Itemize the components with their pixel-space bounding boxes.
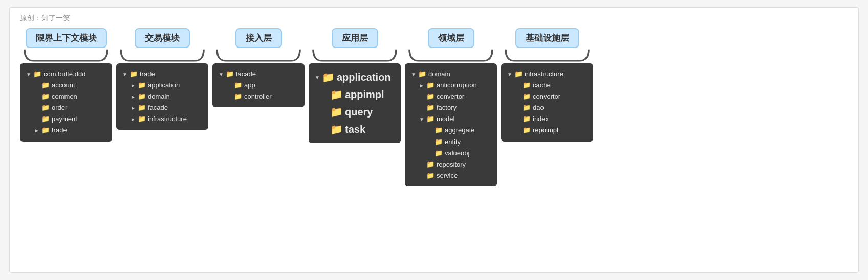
bracket-domain-layer bbox=[405, 48, 497, 62]
column-access-layer: 接入层 ▼📁facade📁app📁controller bbox=[212, 28, 305, 107]
folder-icon: 📁 bbox=[41, 91, 50, 102]
folder-icon: 📁 bbox=[435, 125, 443, 136]
column-bounded-context: 限界上下文模块 ▼📁com.butte.ddd📁account📁common📁o… bbox=[20, 28, 112, 142]
tree-arrow: ► bbox=[131, 104, 136, 112]
column-domain-layer: 领域层 ▼📁domain►📁anticorruption📁convertor📁f… bbox=[405, 28, 497, 186]
tree-item: ►📁application bbox=[122, 80, 202, 91]
bracket-infrastructure-layer bbox=[501, 48, 593, 62]
tree-label: appimpl bbox=[345, 86, 384, 103]
folder-icon: 📁 bbox=[322, 68, 335, 86]
folder-icon: 📁 bbox=[523, 80, 531, 91]
folder-icon: 📁 bbox=[138, 102, 146, 113]
bracket-access-layer bbox=[212, 48, 305, 62]
tree-label: infrastructure bbox=[525, 68, 563, 80]
tree-arrow: ► bbox=[131, 115, 136, 124]
tree-item: 📁convertor bbox=[507, 91, 587, 102]
tree-item: ▼📁domain bbox=[411, 68, 491, 80]
column-infrastructure-layer: 基础设施层 ▼📁infrastructure📁cache📁convertor📁d… bbox=[501, 28, 593, 142]
watermark: 原创：知了一笑 bbox=[20, 14, 848, 23]
tree-label: domain bbox=[428, 68, 450, 80]
tree-arrow: ► bbox=[34, 126, 39, 135]
tree-item: 📁repoimpl bbox=[507, 125, 587, 136]
folder-icon: 📁 bbox=[426, 159, 435, 170]
folder-icon: 📁 bbox=[41, 125, 50, 136]
folder-icon: 📁 bbox=[138, 80, 146, 91]
tree-label: repository bbox=[437, 159, 466, 170]
tree-item: 📁app bbox=[219, 80, 298, 91]
column-header-infrastructure-layer: 基础设施层 bbox=[515, 28, 579, 48]
columns-wrapper: 限界上下文模块 ▼📁com.butte.ddd📁account📁common📁o… bbox=[20, 28, 848, 186]
column-trade-module: 交易模块 ▼📁trade►📁application►📁domain►📁facad… bbox=[116, 28, 208, 130]
folder-icon: 📁 bbox=[41, 80, 50, 91]
folder-icon: 📁 bbox=[138, 91, 146, 102]
tree-item: 📁valueobj bbox=[411, 148, 491, 159]
folder-icon: 📁 bbox=[41, 113, 50, 125]
tree-label: repoimpl bbox=[533, 125, 558, 136]
folder-icon: 📁 bbox=[426, 113, 435, 125]
folder-icon: 📁 bbox=[426, 170, 435, 181]
tree-label: convertor bbox=[533, 91, 560, 102]
tree-label: anticorruption bbox=[437, 80, 477, 91]
folder-icon: 📁 bbox=[41, 102, 50, 113]
tree-item: 📁task bbox=[315, 121, 395, 138]
folder-icon: 📁 bbox=[138, 113, 146, 125]
tree-label: index bbox=[533, 113, 549, 125]
folder-icon: 📁 bbox=[523, 113, 531, 125]
tree-arrow: ▼ bbox=[419, 115, 424, 124]
folder-icon: 📁 bbox=[234, 91, 242, 102]
tree-arrow: ▼ bbox=[219, 70, 224, 79]
tree-label: facade bbox=[236, 68, 256, 80]
tree-item: 📁query bbox=[315, 103, 395, 121]
tree-item: ►📁facade bbox=[122, 102, 202, 113]
tree-item: 📁convertor bbox=[411, 91, 491, 102]
tree-label: dao bbox=[533, 102, 544, 113]
folder-icon: 📁 bbox=[435, 136, 443, 148]
tree-label: order bbox=[52, 102, 67, 113]
folder-icon: 📁 bbox=[514, 68, 523, 80]
folder-icon: 📁 bbox=[523, 91, 531, 102]
tree-item: 📁payment bbox=[26, 113, 106, 125]
bracket-trade-module bbox=[116, 48, 208, 62]
tree-item: 📁controller bbox=[219, 91, 298, 102]
tree-label: domain bbox=[148, 91, 170, 102]
tree-item: 📁factory bbox=[411, 102, 491, 113]
tree-arrow: ▼ bbox=[411, 70, 416, 79]
tree-item: 📁service bbox=[411, 170, 491, 181]
tree-item: ►📁anticorruption bbox=[411, 80, 491, 91]
folder-icon: 📁 bbox=[418, 68, 426, 80]
tree-label: application bbox=[148, 80, 180, 91]
bracket-bounded-context bbox=[20, 48, 112, 62]
folder-icon: 📁 bbox=[523, 102, 531, 113]
tree-label: application bbox=[337, 68, 391, 86]
tree-item: ▼📁infrastructure bbox=[507, 68, 587, 80]
tree-label: facade bbox=[148, 102, 168, 113]
tree-label: aggregate bbox=[445, 125, 475, 136]
file-tree-infrastructure-layer: ▼📁infrastructure📁cache📁convertor📁dao📁ind… bbox=[501, 63, 593, 142]
tree-label: valueobj bbox=[445, 148, 469, 159]
tree-item: ►📁trade bbox=[26, 125, 106, 136]
tree-item: 📁dao bbox=[507, 102, 587, 113]
tree-label: controller bbox=[244, 91, 271, 102]
folder-icon: 📁 bbox=[234, 80, 242, 91]
tree-arrow: ► bbox=[131, 92, 136, 101]
tree-item: 📁order bbox=[26, 102, 106, 113]
tree-label: factory bbox=[437, 102, 457, 113]
tree-arrow: ▼ bbox=[122, 70, 127, 79]
tree-label: account bbox=[52, 80, 75, 91]
tree-item: 📁common bbox=[26, 91, 106, 102]
folder-icon: 📁 bbox=[129, 68, 138, 80]
file-tree-trade-module: ▼📁trade►📁application►📁domain►📁facade►📁in… bbox=[116, 63, 208, 130]
tree-item: ▼📁facade bbox=[219, 68, 298, 80]
folder-icon: 📁 bbox=[523, 125, 531, 136]
tree-label: common bbox=[52, 91, 77, 102]
tree-label: entity bbox=[445, 136, 461, 148]
tree-item: 📁appimpl bbox=[315, 86, 395, 103]
tree-arrow: ▼ bbox=[26, 70, 31, 79]
tree-item: ▼📁trade bbox=[122, 68, 202, 80]
tree-label: trade bbox=[52, 125, 67, 136]
tree-label: app bbox=[244, 80, 255, 91]
folder-icon: 📁 bbox=[33, 68, 41, 80]
tree-label: payment bbox=[52, 113, 77, 125]
watermark-text: 原创：知了一笑 bbox=[20, 14, 70, 22]
file-tree-bounded-context: ▼📁com.butte.ddd📁account📁common📁order📁pay… bbox=[20, 63, 112, 142]
